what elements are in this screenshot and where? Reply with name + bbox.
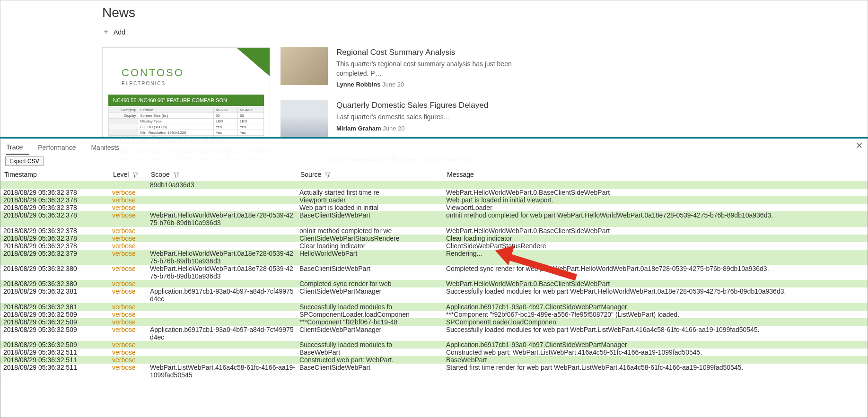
- trace-scope: [150, 189, 299, 196]
- trace-row[interactable]: 2018/08/29 05:36:32.380verboseCompleted …: [0, 280, 868, 287]
- trace-row[interactable]: 2018/08/29 05:36:32.380verboseWebPart.He…: [0, 265, 868, 280]
- trace-message: Constructed web part: WebPart.ListWebPar…: [446, 348, 865, 356]
- trace-timestamp: 2018/08/29 05:36:32.509: [3, 341, 112, 348]
- col-timestamp[interactable]: Timestamp: [4, 171, 113, 178]
- trace-message: onInit method completed for web part Web…: [446, 211, 865, 226]
- trace-timestamp: 2018/08/29 05:36:32.380: [3, 280, 112, 287]
- col-scope[interactable]: Scope: [151, 171, 300, 178]
- trace-scope: 89db10a936d3: [150, 181, 299, 189]
- trace-row[interactable]: 2018/08/29 05:36:32.511verboseConstructe…: [0, 356, 868, 364]
- trace-level: [112, 181, 150, 189]
- trace-row[interactable]: 2018/08/29 05:36:32.378verboseActually s…: [0, 189, 868, 196]
- trace-scope: [150, 311, 299, 318]
- trace-source: BaseClientSideWebPart: [299, 364, 446, 379]
- trace-row[interactable]: 2018/08/29 05:36:32.511verboseBaseWebPar…: [0, 348, 868, 356]
- trace-timestamp: 2018/08/29 05:36:32.511: [3, 348, 112, 356]
- trace-row[interactable]: 2018/08/29 05:36:32.381verboseSuccessful…: [0, 303, 868, 311]
- corner-decoration: [237, 48, 270, 76]
- trace-level: verbose: [112, 196, 150, 204]
- news-item[interactable]: Quarterly Domestic Sales Figures Delayed…: [281, 100, 517, 137]
- trace-row[interactable]: 2018/08/29 05:36:32.509verboseSuccessful…: [0, 341, 868, 348]
- trace-row[interactable]: 2018/08/29 05:36:32.378verboseWeb part i…: [0, 204, 868, 211]
- trace-message: ViewportLoader: [446, 204, 865, 211]
- trace-level: verbose: [112, 356, 150, 364]
- trace-timestamp: 2018/08/29 05:36:32.509: [3, 311, 112, 318]
- trace-timestamp: 2018/08/29 05:36:32.378: [3, 227, 112, 235]
- trace-row[interactable]: 2018/08/29 05:36:32.378verboseViewportLo…: [0, 196, 868, 204]
- add-news-button[interactable]: ＋ Add: [102, 27, 868, 37]
- add-label: Add: [114, 28, 125, 36]
- trace-message: Completed sync render for web part WebPa…: [446, 265, 865, 280]
- trace-scope: Application.b6917cb1-93a0-4b97-a84d-7cf4…: [150, 287, 299, 303]
- trace-message: Rendering...: [446, 250, 865, 265]
- trace-timestamp: 2018/08/29 05:36:32.381: [3, 287, 112, 303]
- col-source[interactable]: Source: [300, 171, 447, 178]
- news-item[interactable]: Regional Cost Summary Analysis This quar…: [281, 47, 517, 88]
- trace-source: Successfully loaded modules fo: [299, 341, 446, 348]
- trace-timestamp: 2018/08/29 05:36:32.511: [3, 364, 112, 379]
- news-section: News ＋ Add CONTOSO ELECTRONICS NC460 55"…: [0, 0, 868, 137]
- trace-source: ViewportLoader: [299, 196, 446, 204]
- news-item-summary: Last quarter's domestic sales figures…: [336, 113, 488, 122]
- tab-trace[interactable]: Trace: [6, 141, 29, 155]
- trace-timestamp: 2018/08/29 05:36:32.380: [3, 265, 112, 280]
- trace-source: Completed sync render for web: [299, 280, 446, 287]
- trace-level: verbose: [112, 364, 150, 379]
- trace-row[interactable]: 2018/08/29 05:36:32.509verboseApplicatio…: [0, 326, 868, 341]
- trace-source: onInit method completed for we: [299, 227, 446, 235]
- trace-timestamp: 2018/08/29 05:36:32.511: [3, 356, 112, 364]
- trace-row[interactable]: 2018/08/29 05:36:32.381verboseApplicatio…: [0, 287, 868, 303]
- trace-source: ***Component "f92bf067-bc19-48: [299, 318, 446, 326]
- trace-row[interactable]: 2018/08/29 05:36:32.378verboseClear load…: [0, 242, 868, 250]
- trace-row[interactable]: 2018/08/29 05:36:32.379verboseWebPart.He…: [0, 250, 868, 265]
- trace-table-body[interactable]: 89db10a936d32018/08/29 05:36:32.378verbo…: [0, 181, 868, 418]
- trace-message: ClientSideWebPartStatusRendere: [446, 242, 865, 250]
- news-item-title: Quarterly Domestic Sales Figures Delayed: [336, 100, 488, 111]
- close-icon[interactable]: ✕: [856, 140, 863, 151]
- trace-level: verbose: [112, 227, 150, 235]
- filter-icon[interactable]: [174, 172, 179, 178]
- trace-level: verbose: [112, 250, 150, 265]
- trace-source: ClientSideWebPartManager: [299, 326, 446, 341]
- trace-row[interactable]: 2018/08/29 05:36:32.378verboseonInit met…: [0, 227, 868, 235]
- trace-message: ***Component "f92bf067-bc19-489e-a556-7f…: [446, 311, 865, 318]
- trace-level: verbose: [112, 280, 150, 287]
- export-csv-button[interactable]: Export CSV: [5, 157, 44, 166]
- news-thumbnail: [281, 100, 328, 137]
- trace-row[interactable]: 2018/08/29 05:36:32.378verboseWebPart.He…: [0, 211, 868, 226]
- news-byline: Miriam Graham June 20: [336, 125, 488, 132]
- news-grid: CONTOSO ELECTRONICS NC460 55"/NC460 60" …: [102, 47, 868, 137]
- trace-level: verbose: [112, 303, 150, 311]
- news-author: Lynne Robbins: [336, 81, 380, 88]
- trace-row[interactable]: 2018/08/29 05:36:32.511verboseWebPart.Li…: [0, 364, 868, 379]
- trace-table-header: Timestamp Level Scope Source Message: [0, 168, 868, 181]
- trace-timestamp: 2018/08/29 05:36:32.381: [3, 303, 112, 311]
- trace-message: Successfully loaded modules for web part…: [446, 326, 865, 341]
- trace-message: Application.b6917cb1-93a0-4b97.ClientSid…: [446, 341, 865, 348]
- panel-tab-bar: Trace Performance Manifests ✕: [0, 139, 868, 155]
- col-source-label: Source: [300, 171, 321, 178]
- trace-timestamp: 2018/08/29 05:36:32.379: [3, 250, 112, 265]
- tab-performance[interactable]: Performance: [38, 142, 82, 154]
- news-thumbnail: [281, 47, 328, 85]
- col-level-label: Level: [113, 171, 129, 178]
- news-card-featured[interactable]: CONTOSO ELECTRONICS NC460 55"/NC460 60" …: [102, 47, 270, 137]
- trace-timestamp: 2018/08/29 05:36:32.378: [3, 204, 112, 211]
- sharepoint-page-top: News ＋ Add CONTOSO ELECTRONICS NC460 55"…: [0, 0, 868, 137]
- trace-row[interactable]: 2018/08/29 05:36:32.509verbose***Compone…: [0, 318, 868, 326]
- col-level[interactable]: Level: [113, 171, 151, 178]
- col-scope-label: Scope: [151, 171, 170, 178]
- trace-source: Web part is loaded in initial: [299, 204, 446, 211]
- tab-manifests[interactable]: Manifests: [91, 142, 126, 154]
- trace-row[interactable]: 89db10a936d3: [0, 181, 868, 189]
- trace-scope: [150, 348, 299, 356]
- trace-source: [299, 181, 446, 189]
- col-message[interactable]: Message: [447, 171, 864, 178]
- filter-icon[interactable]: [132, 172, 138, 178]
- filter-icon[interactable]: [325, 172, 331, 178]
- trace-row[interactable]: 2018/08/29 05:36:32.378verboseClientSide…: [0, 235, 868, 242]
- trace-source: BaseClientSideWebPart: [299, 265, 446, 280]
- news-item-title: Regional Cost Summary Analysis: [336, 47, 517, 58]
- trace-level: verbose: [112, 348, 150, 356]
- trace-row[interactable]: 2018/08/29 05:36:32.509verboseSPComponen…: [0, 311, 868, 318]
